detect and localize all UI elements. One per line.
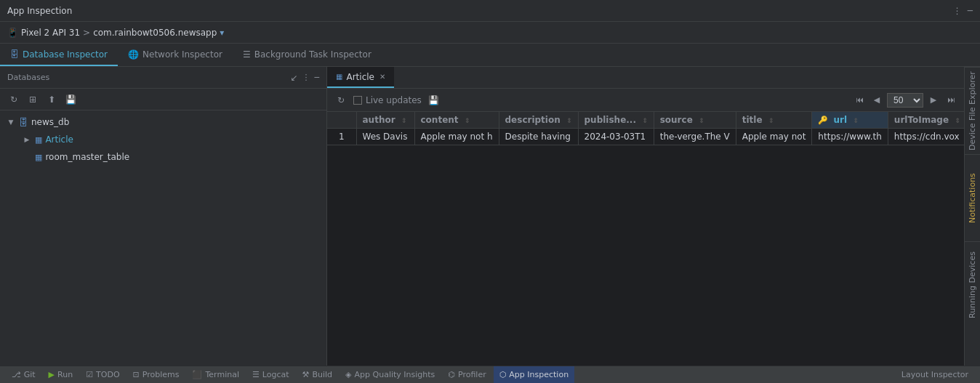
- col-header-author[interactable]: author ⇕: [356, 112, 414, 129]
- status-problems[interactable]: ⊡ Problems: [127, 366, 185, 384]
- col-header-publishedat[interactable]: publishe... ⇕: [578, 112, 654, 129]
- sidebar-more-icon[interactable]: ⋮: [302, 73, 310, 82]
- db-icon: 🗄: [19, 117, 28, 128]
- cell-source: the-verge.The V: [654, 129, 736, 145]
- sort-source[interactable]: ⇕: [699, 117, 704, 124]
- status-todo[interactable]: ☑ TODO: [80, 366, 125, 384]
- cell-rownum: 1: [327, 129, 356, 145]
- col-header-url[interactable]: 🔑 url ⇕: [812, 112, 888, 129]
- sort-description[interactable]: ⇕: [566, 117, 572, 124]
- tree-item-room-master-table[interactable]: ▦ room_master_table: [0, 148, 326, 166]
- problems-label: Problems: [142, 370, 180, 379]
- right-panel: ▦ Article ✕ ↻ Live updates 💾 ⏮ ◀ 50 100: [327, 67, 964, 366]
- status-logcat[interactable]: ☰ Logcat: [246, 366, 295, 384]
- first-page-button[interactable]: ⏮: [852, 93, 867, 108]
- expand-arrow-room-master: [22, 152, 32, 162]
- title-bar: App Inspection ⋮ ─: [0, 0, 980, 22]
- device-file-explorer-tab[interactable]: Device File Explorer: [965, 67, 980, 154]
- table-toolbar-left: ↻ Live updates 💾: [333, 92, 442, 108]
- tab-network-inspector[interactable]: 🌐 Network Inspector: [118, 44, 233, 66]
- sort-publishedat[interactable]: ⇕: [642, 117, 648, 124]
- cell-urltoimage: https://cdn.vox: [888, 129, 964, 145]
- export-button[interactable]: ⬆: [44, 92, 60, 108]
- col-header-source[interactable]: source ⇕: [654, 112, 736, 129]
- status-build[interactable]: ⚒ Build: [297, 366, 339, 384]
- next-page-button[interactable]: ▶: [926, 93, 941, 108]
- dropdown-arrow[interactable]: ▾: [220, 28, 224, 38]
- table-save-button[interactable]: 💾: [426, 92, 442, 108]
- article-tab-close[interactable]: ✕: [379, 73, 385, 81]
- status-profiler[interactable]: ⌬ Profiler: [442, 366, 491, 384]
- last-page-button[interactable]: ⏭: [944, 93, 958, 108]
- room-master-table-label: room_master_table: [45, 152, 129, 162]
- todo-icon: ☑: [86, 370, 93, 379]
- sort-author[interactable]: ⇕: [401, 117, 407, 124]
- sort-url[interactable]: ⇕: [853, 117, 859, 124]
- news-db-label: news_db: [31, 117, 69, 127]
- tab-article[interactable]: ▦ Article ✕: [327, 67, 394, 88]
- expand-arrow-article[interactable]: ▶: [22, 134, 32, 145]
- prev-page-button[interactable]: ◀: [869, 93, 884, 108]
- live-updates-checkbox[interactable]: [353, 96, 362, 105]
- table-view-button[interactable]: ⊞: [25, 92, 41, 108]
- sidebar-collapse-icon[interactable]: ↙: [290, 73, 297, 83]
- database-tab-icon: 🗄: [10, 49, 19, 60]
- sidebar-minimize-icon[interactable]: ─: [314, 73, 319, 82]
- app-inspection-title: App Inspection: [7, 6, 72, 16]
- table-toolbar-right: ⏮ ◀ 50 100 200 ▶ ⏭: [852, 93, 958, 108]
- background-tab-label: Background Task Inspector: [254, 49, 371, 60]
- col-header-content[interactable]: content ⇕: [414, 112, 499, 129]
- table-tabs: ▦ Article ✕: [327, 67, 964, 89]
- col-header-rownum: [327, 112, 356, 129]
- notifications-tab[interactable]: Notifications: [965, 154, 980, 241]
- cell-author: Wes Davis: [356, 129, 414, 145]
- expand-arrow-news-db[interactable]: ▼: [6, 117, 16, 127]
- git-label: Git: [24, 370, 36, 379]
- running-devices-tab[interactable]: Running Devices: [965, 241, 980, 328]
- tab-background-task-inspector[interactable]: ☰ Background Task Inspector: [233, 44, 382, 66]
- live-updates-control[interactable]: Live updates: [353, 95, 422, 105]
- terminal-icon: ⬛: [192, 370, 202, 379]
- more-icon[interactable]: ⋮: [953, 6, 962, 16]
- status-run[interactable]: ▶ Run: [43, 366, 79, 384]
- background-tab-icon: ☰: [243, 49, 251, 60]
- status-git[interactable]: ⎇ Git: [6, 366, 41, 384]
- table-refresh-button[interactable]: ↻: [333, 92, 349, 108]
- title-bar-right: ⋮ ─: [953, 6, 973, 16]
- status-bar: ⎇ Git ▶ Run ☑ TODO ⊡ Problems ⬛ Terminal…: [0, 366, 980, 383]
- sort-title[interactable]: ⇕: [768, 117, 774, 124]
- col-header-urltoimage[interactable]: urlToImage ⇕: [888, 112, 964, 129]
- status-app-inspection[interactable]: ⬡ App Inspection: [494, 366, 574, 384]
- sort-urltoimage[interactable]: ⇕: [955, 117, 960, 124]
- article-label: Article: [45, 134, 73, 145]
- save-button[interactable]: 💾: [63, 92, 79, 108]
- sidebar-toolbar: ↻ ⊞ ⬆ 💾: [0, 89, 326, 110]
- main-area: Databases ↙ ⋮ ─ ↻ ⊞ ⬆ 💾 ▼ 🗄 news_db ▶ ▦ …: [0, 67, 980, 366]
- status-terminal[interactable]: ⬛ Terminal: [186, 366, 245, 384]
- page-size-select[interactable]: 50 100 200: [887, 93, 923, 108]
- minimize-icon[interactable]: ─: [968, 6, 973, 16]
- article-tab-icon: ▦: [336, 73, 342, 81]
- table-icon-article: ▦: [35, 135, 42, 145]
- col-header-title[interactable]: title ⇕: [736, 112, 812, 129]
- status-quality-insights[interactable]: ◈ App Quality Insights: [340, 366, 441, 384]
- sidebar-header-actions: ↙ ⋮ ─: [290, 73, 319, 83]
- profiler-label: Profiler: [458, 370, 486, 379]
- device-label: Pixel 2 API 31: [21, 28, 80, 38]
- refresh-button[interactable]: ↻: [6, 92, 22, 108]
- database-tab-label: Database Inspector: [23, 49, 108, 60]
- cell-publishedat: 2024-03-03T1: [578, 129, 654, 145]
- device-bar: 📱 Pixel 2 API 31 > com.rainbowt0506.news…: [0, 22, 980, 44]
- status-layout-inspector[interactable]: Layout Inspector: [896, 366, 974, 384]
- table-toolbar: ↻ Live updates 💾 ⏮ ◀ 50 100 200 ▶ ⏭: [327, 89, 964, 112]
- col-header-description[interactable]: description ⇕: [499, 112, 578, 129]
- device-selector[interactable]: Pixel 2 API 31 > com.rainbowt0506.newsap…: [21, 28, 224, 38]
- table-row[interactable]: 1 Wes Davis Apple may not h Despite havi…: [327, 129, 964, 145]
- data-table-container: author ⇕ content ⇕ description ⇕ publi: [327, 112, 964, 366]
- tree-item-news-db[interactable]: ▼ 🗄 news_db: [0, 113, 326, 131]
- tree-item-article[interactable]: ▶ ▦ Article: [0, 131, 326, 148]
- sidebar: Databases ↙ ⋮ ─ ↻ ⊞ ⬆ 💾 ▼ 🗄 news_db ▶ ▦ …: [0, 67, 327, 366]
- sidebar-header: Databases ↙ ⋮ ─: [0, 67, 326, 89]
- sort-content[interactable]: ⇕: [465, 117, 470, 124]
- tab-database-inspector[interactable]: 🗄 Database Inspector: [0, 44, 118, 66]
